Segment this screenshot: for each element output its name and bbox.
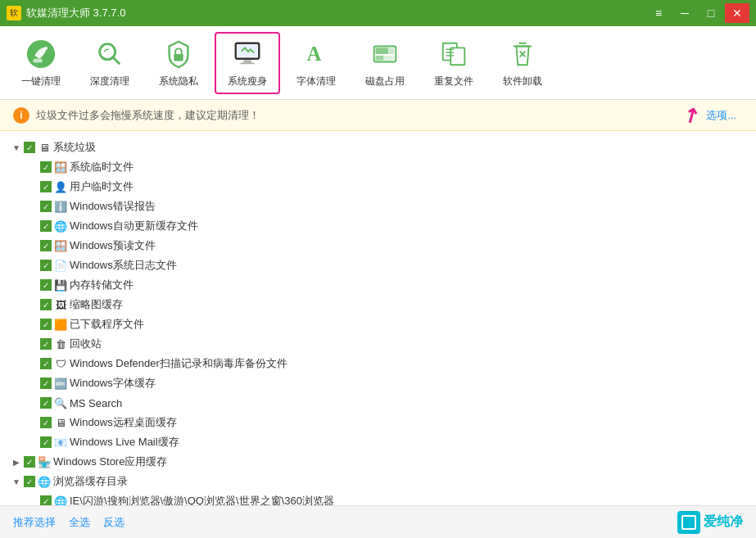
- one-click-label: 一键清理: [21, 75, 61, 88]
- checkbox-user-temp[interactable]: [40, 181, 52, 192]
- tree-item-thumb-cache[interactable]: 🖼 缩略图缓存: [26, 295, 746, 314]
- toolbar-font-clean[interactable]: A 字体清理: [283, 32, 349, 94]
- icon-win-update: 🌐: [54, 219, 67, 233]
- icon-win-prefetch: 🪟: [54, 239, 67, 252]
- checkbox-ms-search[interactable]: [40, 397, 52, 409]
- checkbox-win-update[interactable]: [40, 220, 52, 232]
- disk-icon: [368, 37, 402, 71]
- tree-item-win-update[interactable]: 🌐 Windows自动更新缓存文件: [26, 216, 746, 236]
- select-all-link[interactable]: 全选: [69, 515, 90, 530]
- tree-item-fonts-cache[interactable]: 🔤 Windows字体缓存: [26, 373, 746, 393]
- notice-bar: i 垃圾文件过多会拖慢系统速度，建议定期清理！ ↗ 选项...: [0, 100, 756, 131]
- menu-button[interactable]: ≡: [646, 3, 671, 23]
- icon-remote-desktop: 🖥: [54, 416, 67, 429]
- font-icon: A: [299, 37, 333, 71]
- svg-rect-17: [450, 47, 464, 65]
- font-clean-label: 字体清理: [297, 75, 336, 88]
- recommend-link[interactable]: 推荐选择: [13, 515, 56, 530]
- toggle-mem-dump: [28, 280, 38, 290]
- toolbar-system-privacy[interactable]: 系统隐私: [146, 32, 211, 94]
- checkbox-sys-temp[interactable]: [40, 161, 52, 173]
- toggle-ms-search: [28, 398, 38, 408]
- tree-item-win-prefetch[interactable]: 🪟 Windows预读文件: [26, 236, 746, 255]
- tree-item-recycle[interactable]: 🗑 回收站: [26, 334, 746, 354]
- toolbar-disk-usage[interactable]: 磁盘占用: [352, 32, 418, 94]
- tree-item-live-mail[interactable]: 📧 Windows Live Mail缓存: [26, 432, 746, 452]
- toolbar-uninstall[interactable]: 软件卸载: [490, 32, 555, 94]
- checkbox-remote-desktop[interactable]: [40, 417, 52, 428]
- tree-item-ie-browsers[interactable]: 🌐 IE\闪游\搜狗浏览器\傲游\QQ浏览器\世界之窗\360浏览器: [26, 491, 746, 505]
- notice-link[interactable]: 选项...: [706, 108, 736, 123]
- checkbox-store-cache[interactable]: [24, 456, 35, 468]
- label-win-error: Windows错误报告: [70, 199, 156, 214]
- deselect-link[interactable]: 反选: [103, 515, 124, 530]
- checkbox-thumb-cache[interactable]: [40, 299, 52, 310]
- toggle-thumb-cache: [28, 300, 38, 310]
- toggle-sys-junk[interactable]: ▼: [11, 142, 21, 152]
- checkbox-downloaded-prog[interactable]: [40, 319, 52, 330]
- icon-store-cache: 🏪: [38, 455, 51, 468]
- toggle-downloaded-prog: [28, 319, 38, 329]
- tree-item-user-temp[interactable]: 👤 用户临时文件: [26, 177, 746, 197]
- label-browser-cache: 浏览器缓存目录: [53, 474, 128, 489]
- tree-item-downloaded-prog[interactable]: 🟧 已下载程序文件: [26, 314, 746, 334]
- label-recycle: 回收站: [70, 337, 102, 351]
- deep-clean-label: 深度清理: [90, 75, 129, 88]
- icon-fonts-cache: 🔤: [54, 377, 67, 390]
- tree-item-sys-temp[interactable]: 🪟 系统临时文件: [26, 157, 746, 177]
- label-mem-dump: 内存转储文件: [70, 278, 134, 292]
- toggle-live-mail: [28, 437, 38, 447]
- checkbox-ie-browsers[interactable]: [40, 495, 52, 505]
- icon-sys-junk: 🖥: [38, 141, 51, 154]
- tree-item-remote-desktop[interactable]: 🖥 Windows远程桌面缓存: [26, 413, 746, 432]
- titlebar: 软 软媒清理大师 3.7.7.0 ≡ ─ □ ✕: [0, 0, 756, 26]
- tree-item-sys-junk[interactable]: ▼ 🖥 系统垃圾: [10, 138, 746, 157]
- tree-item-win-log[interactable]: 📄 Windows系统日志文件: [26, 255, 746, 275]
- icon-live-mail: 📧: [54, 436, 67, 449]
- icon-ie-browsers: 🌐: [54, 495, 67, 505]
- minimize-button[interactable]: ─: [672, 3, 697, 23]
- checkbox-win-prefetch[interactable]: [40, 240, 52, 251]
- checkbox-win-log[interactable]: [40, 260, 52, 271]
- close-button[interactable]: ✕: [725, 3, 749, 23]
- system-slim-label: 系统瘦身: [228, 75, 267, 88]
- toggle-remote-desktop: [28, 418, 38, 427]
- checkbox-recycle[interactable]: [40, 338, 52, 350]
- toggle-store-cache[interactable]: ▶: [11, 457, 21, 467]
- tree-container: ▼ 🖥 系统垃圾 🪟 系统临时文件 👤 用户临时文件 ℹ️ Windows错误报…: [0, 131, 756, 505]
- tree-item-defender[interactable]: 🛡 Windows Defender扫描记录和病毒库备份文件: [26, 354, 746, 373]
- label-remote-desktop: Windows远程桌面缓存: [70, 415, 177, 430]
- toolbar-one-click[interactable]: 一键清理: [8, 32, 74, 94]
- label-thumb-cache: 缩略图缓存: [70, 297, 123, 312]
- svg-text:A: A: [307, 43, 322, 65]
- tree-item-mem-dump[interactable]: 💾 内存转储文件: [26, 275, 746, 295]
- toggle-browser-cache[interactable]: ▼: [11, 477, 21, 486]
- app-icon: 软: [7, 6, 21, 20]
- label-fonts-cache: Windows字体缓存: [70, 376, 156, 391]
- toolbar-deep-clean[interactable]: 深度清理: [77, 32, 143, 94]
- label-live-mail: Windows Live Mail缓存: [70, 435, 179, 450]
- toolbar-system-slim[interactable]: 系统瘦身: [215, 32, 280, 94]
- restore-button[interactable]: □: [699, 3, 723, 23]
- tree-item-store-cache[interactable]: ▶ 🏪 Windows Store应用缓存: [10, 452, 746, 472]
- brand-box-inner: [681, 515, 696, 530]
- toolbar-duplicate[interactable]: 重复文件: [421, 32, 487, 94]
- duplicate-icon: [437, 37, 471, 71]
- tree-item-ms-search[interactable]: 🔍 MS Search: [26, 393, 746, 413]
- checkbox-fonts-cache[interactable]: [40, 378, 52, 389]
- icon-browser-cache: 🌐: [38, 475, 51, 488]
- checkbox-live-mail[interactable]: [40, 436, 52, 448]
- bottom-bar: 推荐选择 全选 反选 爱纯净: [0, 505, 756, 538]
- checkbox-win-error[interactable]: [40, 201, 52, 212]
- label-sys-junk: 系统垃圾: [53, 140, 96, 155]
- checkbox-mem-dump[interactable]: [40, 279, 52, 291]
- brand-text: 爱纯净: [704, 513, 743, 531]
- checkbox-sys-junk[interactable]: [24, 142, 35, 153]
- privacy-icon: [161, 37, 196, 71]
- checkbox-defender[interactable]: [40, 358, 52, 369]
- label-sys-temp: 系统临时文件: [70, 160, 134, 174]
- tree-item-browser-cache[interactable]: ▼ 🌐 浏览器缓存目录: [10, 472, 746, 491]
- checkbox-browser-cache[interactable]: [24, 476, 35, 487]
- tree-item-win-error[interactable]: ℹ️ Windows错误报告: [26, 197, 746, 216]
- toggle-win-error: [28, 201, 38, 211]
